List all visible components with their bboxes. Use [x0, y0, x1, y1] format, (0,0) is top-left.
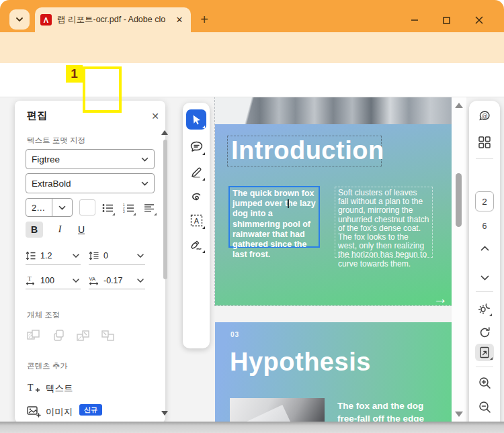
add-image-icon[interactable]	[26, 403, 42, 420]
pdf-page-hypothesis[interactable]: 03 Hypothesis The fox and the dog free-f…	[215, 322, 452, 422]
document-scrollbar-thumb[interactable]	[456, 173, 462, 227]
line-spacing-icon	[26, 251, 39, 260]
hypothesis-title[interactable]: Hypothesis	[230, 348, 371, 377]
char-spacing-field[interactable]: VA -0.17	[89, 272, 145, 289]
comment-tool-icon[interactable]	[186, 136, 206, 156]
tab-search-button[interactable]	[9, 9, 30, 30]
italic-button[interactable]: I	[51, 222, 69, 238]
chevron-down-icon	[137, 254, 145, 258]
svg-text:A: A	[194, 216, 199, 224]
close-icon[interactable]: ✕	[149, 110, 161, 122]
lab-glassware-image	[215, 97, 452, 124]
scroll-down-arrow[interactable]	[455, 412, 463, 417]
panel-scroll-down-arrow[interactable]	[161, 411, 168, 416]
bullet-list-icon[interactable]	[99, 200, 116, 216]
pdf-page-introduction[interactable]: Introduction The quick brown fox jumped …	[215, 97, 452, 305]
line-spacing-field[interactable]: 1.2	[26, 247, 81, 264]
font-family-value: Figtree	[32, 154, 60, 164]
text-edit-box[interactable]: Soft clusters of leaves fall without a p…	[335, 187, 433, 258]
window-maximize-button[interactable]	[436, 12, 456, 28]
ocr-text-recognition-icon[interactable]: A	[186, 210, 206, 230]
new-tab-button[interactable]: +	[196, 11, 212, 28]
chevron-down-icon	[73, 254, 81, 258]
select-tool-icon[interactable]	[186, 109, 206, 130]
page-gradient-background: Introduction The quick brown fox jumped …	[215, 124, 452, 305]
lasso-tool-icon[interactable]	[186, 187, 206, 207]
divider	[476, 291, 493, 292]
font-size-combo[interactable]: 2…	[26, 198, 73, 217]
char-spacing-value: -0.17	[102, 276, 137, 285]
window-minimize-button[interactable]	[405, 12, 425, 28]
window-close-button[interactable]	[469, 12, 489, 28]
hypothesis-caption[interactable]: The fox and the dog free-fall off the ed…	[337, 399, 445, 422]
add-text-icon[interactable]: T	[26, 380, 42, 396]
char-spacing-icon: VA	[89, 275, 102, 285]
page-fit-view-icon[interactable]	[475, 344, 494, 361]
annotation-step-number: 1	[66, 65, 83, 83]
horizontal-scale-icon: T	[26, 275, 39, 285]
tab-close-icon[interactable]: ✕	[173, 14, 185, 26]
divider	[476, 158, 493, 159]
plane-shape	[235, 405, 296, 422]
font-size-value: 2…	[26, 203, 52, 213]
previous-page-chevron-icon[interactable]	[476, 240, 493, 256]
intro-title[interactable]: Introduction	[231, 136, 384, 165]
selected-text: The quick brown fox jumped over the lazy…	[233, 189, 316, 259]
zoom-in-icon[interactable]	[476, 375, 493, 391]
zoom-out-icon[interactable]	[476, 399, 493, 415]
flip-vertical-icon[interactable]	[50, 328, 67, 344]
font-style-dropdown[interactable]: ExtraBold	[26, 173, 155, 193]
underline-button[interactable]: U	[73, 222, 90, 238]
line-spacing-value: 1.2	[39, 251, 73, 260]
alignment-icon[interactable]	[141, 200, 157, 216]
fill-sign-tool-icon[interactable]	[186, 234, 206, 254]
add-text-button[interactable]: 텍스트	[46, 383, 73, 395]
browser-tab[interactable]: Λ 랩 리포트-ocr.pdf - Adobe clo ✕	[35, 7, 191, 32]
next-page-chevron-icon[interactable]	[476, 270, 493, 286]
document-workspace: Introduction The quick brown fox jumped …	[0, 97, 504, 422]
slide-number: 03	[230, 331, 239, 338]
chevron-down-icon	[141, 157, 149, 162]
font-family-dropdown[interactable]: Figtree	[26, 149, 155, 169]
paragraph-spacing-field[interactable]: 0	[89, 247, 145, 264]
panel-scroll-up-arrow[interactable]	[161, 130, 168, 135]
svg-text:3: 3	[123, 210, 125, 213]
screen: Λ 랩 리포트-ocr.pdf - Adobe clo ✕ +	[0, 0, 504, 433]
bold-button[interactable]: B	[26, 222, 43, 238]
page-thumbnails-icon[interactable]	[476, 134, 493, 150]
content-section-label: 콘텐츠 추가	[27, 361, 68, 371]
current-page-indicator[interactable]: 2	[475, 191, 494, 211]
annotation-highlight-box	[83, 66, 122, 113]
browser-toolbar: acrobat.adobe.com/id/urn:...	[0, 32, 504, 63]
text-color-swatch[interactable]	[79, 199, 95, 215]
chevron-down-icon	[73, 279, 81, 283]
text-cursor	[288, 199, 289, 208]
panel-scrollbar-thumb[interactable]	[163, 140, 167, 279]
flip-horizontal-icon[interactable]	[26, 328, 42, 344]
paragraph-spacing-value: 0	[102, 251, 137, 260]
font-style-value: ExtraBold	[32, 179, 71, 189]
divider	[476, 367, 493, 367]
horizontal-scale-field[interactable]: T 100	[26, 272, 81, 289]
chevron-down-icon	[137, 279, 145, 283]
tab-title: 랩 리포트-ocr.pdf - Adobe clo	[57, 14, 170, 26]
tool-palette: A	[183, 103, 210, 348]
chevron-down-icon	[141, 181, 149, 186]
window-bottom-edge	[0, 422, 504, 433]
send-backward-icon[interactable]	[100, 328, 116, 344]
edit-panel-title: 편집	[27, 109, 47, 122]
next-page-arrow: →	[433, 291, 448, 307]
right-rail: @ 2 6	[469, 101, 500, 422]
selected-text-box[interactable]: The quick brown fox jumped over the lazy…	[228, 186, 320, 248]
scroll-up-arrow[interactable]	[455, 103, 463, 108]
numbered-list-icon[interactable]: 123	[120, 200, 136, 216]
browser-frame-top: Λ 랩 리포트-ocr.pdf - Adobe clo ✕ +	[0, 0, 504, 32]
bring-forward-icon[interactable]	[75, 328, 91, 344]
document-scrollbar[interactable]	[452, 97, 466, 422]
paper-plane-image[interactable]	[230, 398, 325, 422]
add-image-button[interactable]: 이미지	[46, 406, 73, 418]
rotate-page-icon[interactable]	[476, 324, 493, 340]
comments-panel-icon[interactable]: @	[476, 109, 493, 125]
display-theme-icon[interactable]	[476, 301, 493, 317]
draw-pencil-tool-icon[interactable]	[186, 162, 206, 182]
